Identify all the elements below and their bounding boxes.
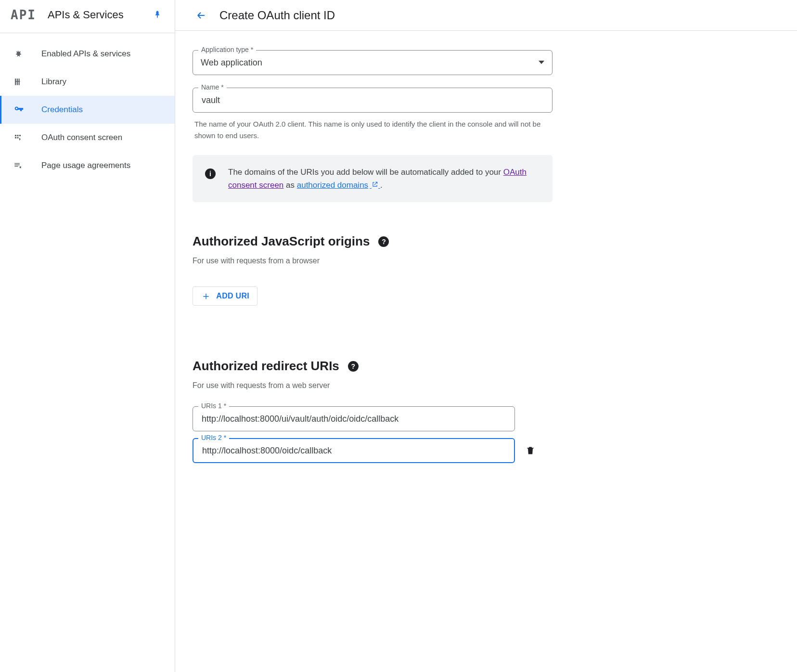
plus-icon: ＋ [201,289,211,303]
sidebar-header: API APIs & Services [0,5,175,33]
agreements-icon [13,161,41,170]
sidebar-item-credentials[interactable]: Credentials [0,96,175,124]
sidebar-item-agreements[interactable]: Page usage agreements [0,152,175,180]
uri1-input[interactable] [201,407,507,431]
uri2-input-wrapper [193,438,515,463]
help-icon[interactable]: ? [348,361,359,372]
sidebar-item-library[interactable]: Library [0,68,175,96]
redirect-uri-row: URIs 1 * [193,406,553,431]
js-origins-section: Authorized JavaScript origins ? For use … [193,234,553,306]
main: Create OAuth client ID Application type … [175,0,797,672]
sidebar-item-label: Library [41,77,66,87]
help-icon[interactable]: ? [378,236,389,247]
js-origins-subtitle: For use with requests from a browser [193,257,553,265]
sidebar-item-label: OAuth consent screen [41,133,122,142]
sidebar-item-label: Enabled APIs & services [41,49,130,59]
uri1-label: URIs 1 * [198,402,229,410]
uri1-input-wrapper [193,406,515,431]
redirect-subtitle: For use with requests from a web server [193,381,553,390]
application-type-label: Application type * [198,46,256,53]
consent-icon [13,133,41,142]
info-text: The domains of the URIs you add below wi… [228,166,540,192]
api-logo: API [11,8,36,22]
authorized-domains-link[interactable]: authorized domains [297,181,380,190]
delete-icon[interactable] [526,445,535,456]
info-box: i The domains of the URIs you add below … [193,155,553,202]
add-js-uri-button[interactable]: ＋ ADD URI [193,286,257,306]
application-type-select[interactable]: Web application [193,50,553,75]
sidebar-item-label: Page usage agreements [41,161,130,170]
pin-icon[interactable] [153,10,162,20]
redirect-title: Authorized redirect URIs [193,359,339,374]
application-type-field: Application type * Web application [193,50,553,75]
sidebar-item-enabled-apis[interactable]: Enabled APIs & services [0,40,175,68]
main-header: Create OAuth client ID [175,0,797,31]
sidebar-title: APIs & Services [48,9,153,21]
name-field: Name * [193,88,553,113]
info-icon: i [205,168,216,179]
enabled-apis-icon [13,50,41,58]
uri2-input[interactable] [201,439,506,462]
js-origins-title: Authorized JavaScript origins [193,234,370,249]
redirect-uris-section: Authorized redirect URIs ? For use with … [193,359,553,463]
key-icon [13,104,41,115]
chevron-down-icon [539,61,544,65]
name-input-wrapper [193,88,553,113]
name-helper: The name of your OAuth 2.0 client. This … [194,118,551,142]
back-arrow-icon[interactable] [193,7,210,24]
application-type-value: Web application [201,58,262,68]
sidebar-item-label: Credentials [41,105,83,115]
redirect-uri-row: URIs 2 * [193,438,553,463]
sidebar-nav: Enabled APIs & services Library Credenti… [0,33,175,180]
uri2-label: URIs 2 * [198,434,229,441]
name-label: Name * [198,83,227,91]
library-icon [13,78,41,86]
sidebar: API APIs & Services Enabled APIs & servi… [0,0,175,672]
add-uri-label: ADD URI [216,292,249,300]
name-input[interactable] [201,88,544,112]
external-link-icon [370,181,380,189]
page-title: Create OAuth client ID [219,9,335,22]
sidebar-item-consent[interactable]: OAuth consent screen [0,124,175,152]
